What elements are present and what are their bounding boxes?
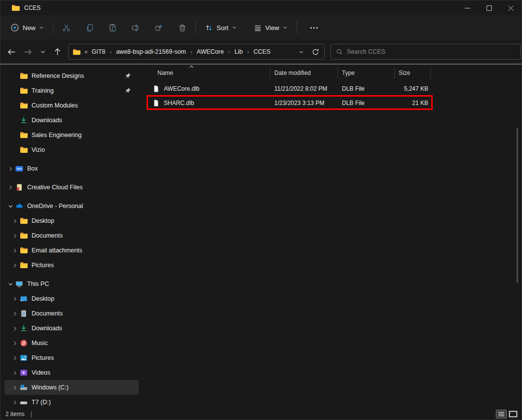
chevron-right-icon[interactable] [5, 185, 15, 190]
sidebar-item-documents[interactable]: Documents [4, 228, 139, 243]
folder-icon [20, 131, 28, 140]
sidebar-item-label: OneDrive - Personal [27, 203, 83, 210]
sidebar-item-downloads[interactable]: Downloads [4, 321, 139, 336]
file-date-cell: 1/23/2023 3:13 PM [270, 96, 338, 110]
maximize-button[interactable] [478, 0, 500, 15]
sidebar-item-desktop[interactable]: Desktop [4, 213, 139, 228]
pin-icon[interactable] [125, 87, 132, 94]
refresh-button[interactable] [310, 46, 321, 58]
chevron-down-icon[interactable] [5, 204, 15, 209]
column-header-type[interactable]: Type [338, 67, 395, 79]
cut-button[interactable] [57, 20, 75, 35]
address-bar[interactable]: « GIT8›awe8-bsp-adi-21569-som›AWECore›Li… [68, 44, 325, 60]
chevron-down-icon[interactable] [5, 281, 15, 287]
column-header-date-modified[interactable]: Date modified [270, 67, 338, 79]
toolbar-separator [53, 21, 53, 34]
column-header-name[interactable]: Name [148, 67, 270, 79]
chevron-right-icon[interactable] [10, 326, 20, 331]
sidebar-item-this-pc[interactable]: This PC [4, 277, 139, 291]
chevron-right-icon[interactable] [10, 370, 20, 376]
drive-icon [20, 398, 28, 407]
sidebar-item-custom-modules[interactable]: Custom Modules [4, 98, 139, 113]
chevron-right-icon[interactable] [10, 341, 20, 346]
breadcrumb-segment-lib[interactable]: Lib [232, 47, 245, 56]
breadcrumb-overflow[interactable]: « [83, 48, 89, 55]
sidebar-item-label: Vizio [32, 146, 45, 153]
box-icon: box [15, 165, 24, 173]
search-input[interactable] [347, 48, 516, 55]
sidebar-item-onedrive-personal[interactable]: OneDrive - Personal [4, 199, 139, 213]
sidebar-item-creative-cloud-files[interactable]: Creative Cloud Files [4, 180, 139, 195]
breadcrumb-separator: › [246, 49, 250, 55]
sidebar-item-label: This PC [27, 280, 49, 287]
chevron-right-icon[interactable] [10, 355, 20, 361]
minimize-button[interactable] [456, 0, 478, 15]
breadcrumb-segment-git8[interactable]: GIT8 [89, 47, 108, 56]
rename-button[interactable] [127, 20, 145, 35]
pin-icon[interactable] [125, 72, 132, 79]
sidebar-item-pictures[interactable]: Pictures [4, 258, 139, 273]
breadcrumb-segment-awe8-bsp-adi-21569-som[interactable]: awe8-bsp-adi-21569-som [113, 47, 188, 56]
column-headers: NameDate modifiedTypeSize [148, 67, 522, 79]
sidebar-item-label: Downloads [32, 117, 62, 124]
chevron-right-icon[interactable] [10, 385, 20, 390]
chevron-right-icon[interactable] [10, 263, 20, 268]
sidebar-item-windows-c[interactable]: Windows (C:) [4, 380, 139, 395]
sidebar-item-desktop[interactable]: Desktop [4, 291, 139, 306]
sidebar-item-vizio[interactable]: Vizio [4, 142, 139, 157]
chevron-right-icon[interactable] [10, 311, 20, 316]
file-row-awecore-dlb[interactable]: AWECore.dlb11/21/2022 8:02 PMDLB File5,2… [148, 81, 522, 96]
copy-button[interactable] [80, 20, 99, 35]
sidebar-item-label: Box [27, 165, 38, 172]
sidebar-item-email-attachments[interactable]: Email attachments [4, 243, 139, 258]
folder-icon [20, 102, 28, 110]
sort-arrows-icon [205, 24, 213, 32]
sidebar-item-reference-designs[interactable]: Reference Designs [4, 69, 139, 83]
chevron-right-icon[interactable] [10, 233, 20, 239]
paste-button[interactable] [104, 20, 122, 35]
new-button[interactable]: New [5, 20, 49, 35]
details-view-button[interactable] [496, 410, 507, 419]
forward-button[interactable] [22, 46, 34, 58]
chevron-right-icon[interactable] [5, 166, 15, 172]
up-button[interactable] [52, 46, 63, 58]
toolbar-separator [297, 21, 297, 34]
sidebar-item-videos[interactable]: Videos [4, 365, 139, 380]
breadcrumb-segment-awecore[interactable]: AWECore [194, 47, 226, 56]
close-button[interactable] [500, 0, 522, 15]
breadcrumb-segment-cces[interactable]: CCES [251, 47, 273, 56]
chevron-right-icon[interactable] [10, 218, 20, 224]
body: Reference DesignsTrainingCustom ModulesD… [0, 65, 522, 409]
share-button[interactable] [150, 20, 168, 35]
sort-button[interactable]: Sort [200, 21, 242, 35]
delete-button[interactable] [173, 20, 191, 35]
sidebar-item-downloads[interactable]: Downloads [4, 113, 139, 128]
statusbar-divider: | [31, 411, 32, 418]
explorer-window: CCES New Sort View [0, 0, 522, 420]
sidebar-item-sales-engineering[interactable]: Sales Engineering [4, 128, 139, 142]
recent-locations-button[interactable] [38, 47, 48, 57]
sidebar-item-t7-d[interactable]: T7 (D:) [4, 395, 139, 409]
sidebar-item-music[interactable]: Music [4, 336, 139, 350]
address-dropdown-button[interactable] [297, 47, 306, 57]
sidebar-item-training[interactable]: Training [4, 83, 139, 98]
toolbar-action-icons [57, 20, 191, 35]
sidebar-item-documents[interactable]: Documents [4, 306, 139, 321]
sidebar-item-pictures[interactable]: Pictures [4, 350, 139, 365]
back-button[interactable] [5, 46, 18, 58]
view-button[interactable]: View [249, 21, 293, 35]
thumbnail-view-button[interactable] [509, 411, 518, 418]
file-type-cell: DLB File [338, 96, 395, 110]
more-options-button[interactable] [301, 24, 327, 32]
column-header-size[interactable]: Size [395, 67, 431, 79]
chevron-right-icon[interactable] [10, 400, 20, 405]
file-row-sharc-dlb[interactable]: SHARC.dlb1/23/2023 3:13 PMDLB File21 KB [148, 96, 522, 110]
file-name-cell: SHARC.dlb [148, 96, 270, 110]
chevron-right-icon[interactable] [10, 296, 20, 302]
folder-icon [11, 4, 20, 12]
sidebar-item-box[interactable]: boxBox [4, 161, 139, 176]
folder-icon [20, 146, 28, 154]
chevron-right-icon[interactable] [10, 248, 20, 253]
folder-icon [20, 232, 28, 240]
folder-icon [20, 246, 28, 255]
